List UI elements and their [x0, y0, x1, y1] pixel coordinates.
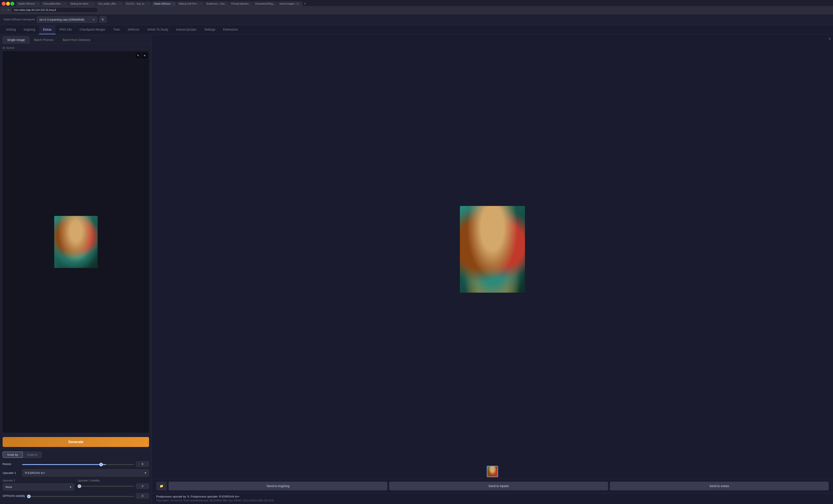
tab-bar: Stable Diffusion× TheLastBen/fast...× Ma…: [0, 0, 833, 6]
browser-tab-10[interactable]: extras-images - C...: [278, 1, 303, 6]
tab-label: Making Self Port...: [179, 2, 198, 5]
upscaler2-dropdown-col: Upscaler 2 None ▾: [3, 479, 74, 490]
url-bar[interactable]: hot-crabs-clap-34-124-222-31.loca.lt: [11, 7, 98, 12]
open-folder-button[interactable]: 📁: [156, 482, 167, 490]
nav-txt2img[interactable]: txt2img: [2, 25, 20, 34]
browser-tab-1[interactable]: TheLastBen/fast...×: [41, 1, 68, 6]
model-label: Stable Diffusion checkpoint: [3, 18, 35, 21]
send-to-inpaint-button[interactable]: Send to inpaint: [389, 482, 608, 490]
browser-tab-3[interactable]: fast_stable_diffu...×: [96, 1, 123, 6]
gfpgan-control-row: GFPGAN visibility: [3, 493, 149, 499]
gfpgan-label: GFPGAN visibility: [3, 494, 25, 498]
nav-instruct-pix2pix[interactable]: Instruct-pix2pix: [172, 25, 200, 34]
status-main-text: Postprocess upscale by: 6, Postprocess u…: [156, 495, 829, 498]
upscaler1-value: R-ESRGAN 4x+: [25, 471, 45, 475]
tab-label: fast_stable_diffu...: [98, 2, 118, 5]
new-tab-btn[interactable]: +: [304, 2, 306, 6]
tab-batch-from-directory[interactable]: Batch from Directory: [58, 36, 95, 44]
tab-batch-process[interactable]: Batch Process: [29, 36, 58, 44]
tab-close-1[interactable]: ×: [65, 3, 66, 5]
nav-png-info[interactable]: PNG Info: [55, 25, 76, 34]
main-nav: txt2img img2img Extras PNG Info Checkpoi…: [0, 25, 833, 34]
nav-train[interactable]: Train: [109, 25, 124, 34]
sub-tabs: Single Image Batch Process Batch from Di…: [0, 34, 152, 44]
browser-tab-8[interactable]: Prompt injection...: [229, 1, 253, 6]
nav-img2img[interactable]: img2img: [20, 25, 39, 34]
tab-close-2[interactable]: ×: [92, 3, 94, 5]
upscaler2-dropdown[interactable]: None ▾: [3, 483, 74, 490]
upscaler2-visibility-slider[interactable]: [78, 486, 135, 487]
address-bar: ‹ › ↻ hot-crabs-clap-34-124-222-31.loca.…: [0, 6, 833, 14]
image-upload-container[interactable]: ✎ ✕: [3, 51, 149, 433]
tab-close-6[interactable]: ×: [200, 3, 202, 5]
upscaler2-label: Upscaler 2: [3, 479, 74, 482]
upscaler1-dropdown[interactable]: R-ESRGAN 4x+ ▾: [22, 469, 149, 477]
output-image-area: [152, 34, 833, 464]
clear-image-button[interactable]: ✕: [142, 53, 147, 58]
tab-close-5[interactable]: ×: [173, 3, 174, 5]
tab-label: Prompt injection...: [231, 2, 250, 5]
browser-tab-9[interactable]: AI-powered Bing...: [253, 1, 277, 6]
gfpgan-slider-container: [27, 494, 134, 498]
source-label: ⊞ Source: [3, 46, 149, 49]
browser-tab-4[interactable]: 3/11/23 -- fast_st...×: [124, 1, 151, 6]
browser-tab-5[interactable]: Stable Diffusion×: [152, 1, 176, 6]
send-to-extras-button[interactable]: Send to extras: [610, 482, 829, 490]
close-window-btn[interactable]: [2, 2, 6, 6]
nav-checkpoint-merger[interactable]: Checkpoint Merger: [76, 25, 109, 34]
scale-by-tab[interactable]: Scale by: [3, 452, 23, 458]
tab-close-4[interactable]: ×: [148, 3, 149, 5]
gfpgan-value-input[interactable]: [136, 493, 149, 499]
browser-chrome: Stable Diffusion× TheLastBen/fast...× Ma…: [0, 0, 833, 14]
left-panel: Single Image Batch Process Batch from Di…: [0, 34, 152, 504]
tab-label: TheLastBen/fast...: [43, 2, 62, 5]
chevron-down-icon: ▾: [93, 18, 95, 21]
image-icon: ⊞: [3, 46, 5, 49]
tab-close-0[interactable]: ×: [37, 3, 38, 5]
tab-label: extras-images - C...: [280, 2, 301, 5]
scale-tabs: Scale by Scale to: [3, 452, 149, 458]
tab-single-image[interactable]: Single Image: [3, 36, 29, 44]
browser-tab-6[interactable]: Making Self Port...×: [176, 1, 204, 6]
image-area: ⊞ Source ✎ ✕: [0, 44, 152, 435]
gfpgan-slider[interactable]: [27, 496, 134, 497]
forward-btn[interactable]: ›: [5, 8, 6, 11]
resize-value-input[interactable]: [136, 461, 149, 467]
nav-deforum[interactable]: Deforum: [124, 25, 143, 34]
browser-tab-0[interactable]: Stable Diffusion×: [16, 1, 41, 6]
edit-image-button[interactable]: ✎: [136, 53, 141, 58]
send-to-img2img-button[interactable]: Send to img2img: [169, 482, 387, 490]
output-dog-image: [460, 206, 525, 293]
model-dropdown[interactable]: sd-v1-5-inpainting.ckpt [33f5b69fd6] ▾: [37, 17, 97, 23]
close-output-button[interactable]: ×: [829, 36, 831, 41]
nav-extras[interactable]: Extras: [39, 25, 55, 34]
image-tools: ✎ ✕: [136, 53, 147, 58]
folder-icon: 📁: [160, 484, 163, 488]
refresh-model-button[interactable]: ↻: [99, 16, 106, 23]
minimize-window-btn[interactable]: [6, 2, 10, 6]
tab-label: AI-powered Bing...: [255, 2, 275, 5]
model-value: sd-v1-5-inpainting.ckpt [33f5b69fd6]: [40, 18, 85, 21]
thumbnail-0[interactable]: [487, 466, 498, 477]
resize-control-row: Resize: [3, 461, 149, 467]
generate-button[interactable]: Generate: [3, 437, 149, 447]
tab-label: Stable Diffusion: [154, 2, 171, 5]
scale-to-tab[interactable]: Scale to: [23, 452, 42, 458]
resize-slider-container: [22, 462, 134, 465]
upscaler2-visibility-input[interactable]: [136, 483, 149, 489]
controls-area: Scale by Scale to Resize Upscaler 1 R-ES…: [0, 449, 152, 504]
reload-btn[interactable]: ↻: [7, 8, 9, 11]
browser-tab-7[interactable]: Audiences – Das...: [204, 1, 229, 6]
tab-close-3[interactable]: ×: [120, 3, 121, 5]
nav-extensions[interactable]: Extensions: [219, 25, 242, 34]
maximize-window-btn[interactable]: [10, 2, 14, 6]
nav-artists-to-study[interactable]: Artists To Study: [143, 25, 172, 34]
browser-tab-2[interactable]: Making the Most...×: [68, 1, 96, 6]
back-btn[interactable]: ‹: [2, 8, 3, 11]
upscaler2-visibility-col: Upscaler 2 visibility: [78, 479, 149, 490]
chevron-down-icon: ▾: [70, 485, 71, 488]
resize-slider[interactable]: [22, 464, 134, 465]
nav-settings[interactable]: Settings: [200, 25, 219, 34]
action-buttons: 📁 Send to img2img Send to inpaint Send t…: [152, 479, 833, 493]
thumbnail-strip: [152, 464, 833, 479]
